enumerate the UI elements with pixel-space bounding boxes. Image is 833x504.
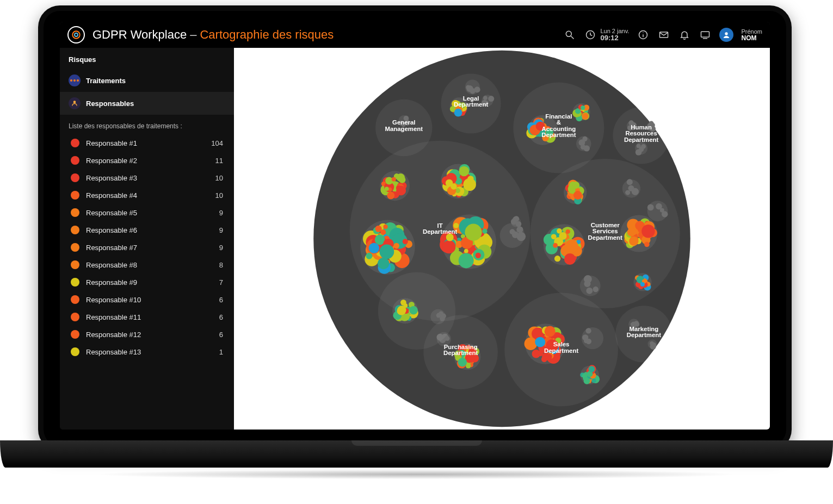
department-sales-department[interactable]: SalesDepartment bbox=[504, 293, 618, 407]
chart-canvas[interactable]: LegalDepartmentGeneralManagementFinancia… bbox=[234, 48, 770, 430]
tab-responsables-label: Responsables bbox=[86, 99, 134, 108]
info-icon[interactable] bbox=[637, 28, 650, 41]
bell-icon[interactable] bbox=[678, 28, 691, 41]
svg-point-12 bbox=[73, 101, 76, 103]
responsable-row[interactable]: Responsable #1104 bbox=[60, 134, 234, 152]
responsable-count: 1 bbox=[219, 348, 223, 356]
svg-point-482 bbox=[582, 334, 588, 340]
svg-point-403 bbox=[640, 282, 645, 287]
page-title: GDPR Workplace – Cartographie des risque… bbox=[92, 28, 334, 42]
svg-point-222 bbox=[403, 239, 408, 244]
svg-point-492 bbox=[584, 378, 590, 384]
risk-dot-icon bbox=[71, 260, 79, 269]
svg-point-348 bbox=[553, 243, 558, 248]
app-window: GDPR Workplace – Cartographie des risque… bbox=[60, 22, 770, 430]
responsable-name: Responsable #8 bbox=[86, 261, 213, 269]
svg-point-219 bbox=[383, 225, 387, 229]
responsable-name: Responsable #9 bbox=[86, 278, 213, 287]
svg-point-384 bbox=[586, 288, 593, 294]
svg-point-173 bbox=[463, 178, 476, 191]
responsable-row[interactable]: Responsable #79 bbox=[60, 239, 234, 256]
svg-point-439 bbox=[458, 351, 462, 356]
svg-point-306 bbox=[573, 191, 582, 200]
svg-point-406 bbox=[662, 211, 668, 217]
department-financial-accounting-department[interactable]: Financial&AccountingDepartment bbox=[513, 83, 604, 173]
svg-point-105 bbox=[628, 120, 634, 126]
responsable-row[interactable]: Responsable #59 bbox=[60, 204, 234, 221]
svg-point-474 bbox=[538, 351, 543, 356]
svg-point-493 bbox=[582, 374, 587, 378]
risk-dot-icon bbox=[71, 313, 79, 321]
svg-point-329 bbox=[554, 256, 560, 262]
svg-line-3 bbox=[571, 36, 574, 39]
cast-icon[interactable] bbox=[699, 28, 712, 41]
svg-point-305 bbox=[572, 182, 579, 189]
responsables-list: Responsable #1104Responsable #211Respons… bbox=[60, 134, 234, 430]
responsable-row[interactable]: Responsable #69 bbox=[60, 221, 234, 239]
user-firstname: Prénom bbox=[741, 29, 762, 35]
responsable-row[interactable]: Responsable #126 bbox=[60, 326, 234, 343]
department-unnamed[interactable] bbox=[378, 272, 455, 350]
sidebar-section-title: Risques bbox=[60, 48, 234, 69]
search-icon[interactable] bbox=[563, 28, 576, 41]
svg-point-172 bbox=[459, 166, 470, 177]
svg-point-473 bbox=[546, 339, 558, 352]
responsable-row[interactable]: Responsable #211 bbox=[60, 152, 234, 169]
svg-point-501 bbox=[615, 306, 672, 362]
tab-responsables[interactable]: Responsables bbox=[60, 92, 234, 115]
responsable-row[interactable]: Responsable #116 bbox=[60, 308, 234, 326]
svg-point-511 bbox=[651, 343, 656, 348]
responsable-name: Responsable #7 bbox=[86, 244, 213, 252]
svg-point-18 bbox=[474, 86, 480, 92]
svg-point-114 bbox=[635, 149, 642, 155]
department-human-resources-department[interactable]: HumanResourcesDepartment bbox=[613, 107, 669, 164]
mail-icon[interactable] bbox=[657, 28, 670, 41]
user-avatar[interactable] bbox=[719, 28, 733, 42]
svg-point-272 bbox=[464, 249, 468, 253]
svg-point-438 bbox=[458, 358, 467, 366]
svg-point-239 bbox=[453, 223, 459, 228]
responsable-count: 10 bbox=[215, 174, 223, 182]
department-marketing-department[interactable]: MarketingDepartment bbox=[615, 306, 672, 362]
svg-point-499 bbox=[589, 366, 595, 372]
department-legal-department[interactable]: LegalDepartment bbox=[441, 73, 501, 133]
svg-point-98 bbox=[578, 139, 585, 146]
svg-point-407 bbox=[656, 203, 662, 210]
page-subtitle: Cartographie des risques bbox=[200, 28, 334, 42]
svg-point-36 bbox=[454, 109, 462, 117]
svg-point-277 bbox=[516, 232, 526, 241]
responsable-row[interactable]: Responsable #310 bbox=[60, 169, 234, 186]
svg-point-311 bbox=[632, 188, 639, 195]
department-customer-services-department[interactable]: CustomerServicesDepartment bbox=[530, 159, 680, 308]
tab-traitements[interactable]: Traitements bbox=[60, 69, 234, 92]
responsable-row[interactable]: Responsable #97 bbox=[60, 273, 234, 291]
svg-point-136 bbox=[399, 176, 405, 183]
svg-point-385 bbox=[584, 281, 590, 287]
people-icon bbox=[69, 97, 81, 109]
responsable-row[interactable]: Responsable #106 bbox=[60, 291, 234, 308]
responsable-count: 7 bbox=[219, 278, 223, 287]
svg-point-96 bbox=[584, 145, 590, 151]
app-logo bbox=[67, 26, 85, 43]
clock-icon bbox=[584, 28, 597, 41]
responsable-row[interactable]: Responsable #131 bbox=[60, 343, 234, 360]
responsable-name: Responsable #4 bbox=[86, 191, 209, 200]
svg-point-347 bbox=[559, 232, 566, 240]
svg-point-19 bbox=[466, 85, 473, 92]
responsable-row[interactable]: Responsable #410 bbox=[60, 186, 234, 204]
responsable-name: Responsable #1 bbox=[86, 139, 205, 147]
responsable-name: Responsable #11 bbox=[86, 313, 213, 321]
svg-point-115 bbox=[637, 144, 641, 148]
svg-point-270 bbox=[476, 253, 481, 258]
responsable-row[interactable]: Responsable #88 bbox=[60, 256, 234, 273]
svg-point-93 bbox=[582, 113, 589, 120]
svg-point-380 bbox=[644, 242, 650, 247]
svg-point-46 bbox=[399, 121, 405, 126]
risk-dot-icon bbox=[71, 139, 79, 147]
svg-point-135 bbox=[387, 192, 394, 200]
app-name: GDPR Workplace bbox=[92, 28, 187, 42]
svg-point-220 bbox=[393, 243, 399, 249]
responsable-count: 9 bbox=[219, 244, 223, 252]
svg-point-476 bbox=[546, 353, 552, 360]
user-lastname: NOM bbox=[741, 35, 762, 41]
